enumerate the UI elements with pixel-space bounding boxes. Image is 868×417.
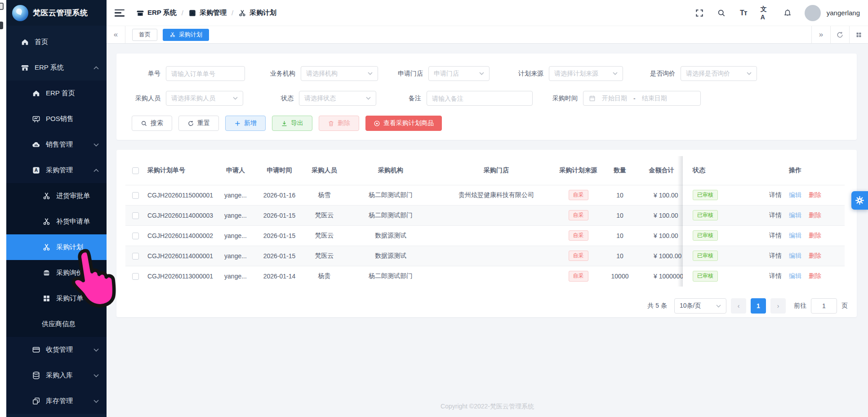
user-avatar[interactable] <box>805 5 821 21</box>
source-select[interactable]: 请选择计划来源 <box>549 66 623 81</box>
search-button[interactable]: 搜索 <box>132 116 172 131</box>
row-checkbox[interactable] <box>132 253 139 260</box>
delete-link[interactable]: 删除 <box>809 272 821 279</box>
sidebar-item-进货审批单[interactable]: 进货审批单 <box>6 183 107 209</box>
detail-link[interactable]: 详情 <box>769 191 782 198</box>
next-page-icon[interactable]: › <box>770 298 786 314</box>
detail-link[interactable]: 详情 <box>769 232 782 239</box>
edit-link[interactable]: 编辑 <box>789 191 801 198</box>
delete-link[interactable]: 删除 <box>809 252 821 259</box>
search-icon[interactable] <box>717 8 726 18</box>
page-size-select[interactable]: 10条/页 <box>674 298 726 314</box>
cell-qty: 10 <box>600 185 640 205</box>
column-header: 采购门店 <box>436 156 557 185</box>
table-header-row: 采购计划单号申请人申请时间采购人员采购机构采购门店采购计划来源数量金额合计状态操… <box>125 156 845 185</box>
sidebar-item-库存管理[interactable]: 库存管理 <box>6 388 107 414</box>
cell-actions: 详情编辑删除 <box>746 246 845 266</box>
cell-amount: ¥ 1000000 <box>640 266 683 286</box>
delete-button[interactable]: 删除 <box>319 116 359 131</box>
tab-options-grid-icon[interactable] <box>849 26 868 43</box>
inquiry-select[interactable]: 请选择是否询价 <box>681 66 757 81</box>
detail-link[interactable]: 详情 <box>769 272 782 279</box>
sidebar-item-收货管理[interactable]: 收货管理 <box>6 337 107 363</box>
goto-page-input[interactable] <box>811 298 837 314</box>
sidebar-item-采购管理[interactable]: A采购管理 <box>6 157 107 183</box>
org-select[interactable]: 请选择机构 <box>301 66 378 81</box>
detail-link[interactable]: 详情 <box>769 252 782 259</box>
open-tabs: 首页采购计划 <box>132 29 209 41</box>
card-icon <box>31 345 40 354</box>
purchase-date-range[interactable]: 开始日期 - 结束日期 <box>583 91 701 106</box>
column-header: 状态 <box>683 156 746 185</box>
sidebar-item-ERP 首页[interactable]: ERP 首页 <box>6 81 107 106</box>
cell-buyer: 梵医云 <box>303 205 346 225</box>
sidebar-item-首页[interactable]: 首页 <box>6 29 107 55</box>
status-select[interactable]: 请选择状态 <box>299 91 376 106</box>
reset-button[interactable]: 重置 <box>178 116 219 131</box>
delete-link[interactable]: 删除 <box>809 232 821 239</box>
cell-source: 自采 <box>557 205 600 225</box>
calendar-icon <box>589 95 596 102</box>
filter-row-2: 采购人员 请选择采购人员 状态 请选择状态 备注 采购时间 开始日期 - <box>132 91 857 106</box>
bell-icon[interactable] <box>783 8 792 18</box>
refresh-tab-icon[interactable] <box>830 26 849 43</box>
current-page[interactable]: 1 <box>751 298 766 314</box>
view-plan-products-button[interactable]: 查看采购计划商品 <box>365 116 442 131</box>
username[interactable]: yangerlang <box>827 9 860 17</box>
sidebar-item-采购询价[interactable]: 采购询价 <box>6 260 107 286</box>
order-no-input[interactable] <box>166 66 245 81</box>
row-checkbox[interactable] <box>132 273 139 280</box>
delete-link[interactable]: 删除 <box>809 191 821 198</box>
tab-采购计划[interactable]: 采购计划 <box>163 29 209 41</box>
tabs-scroll-right-icon[interactable]: » <box>811 26 830 43</box>
settings-gear-button[interactable] <box>851 191 868 210</box>
breadcrumb: ERP 系统/A采购管理/采购计划 <box>136 9 276 17</box>
add-button[interactable]: 新增 <box>225 116 266 131</box>
column-header: 采购机构 <box>346 156 436 185</box>
cell-applicant: yange... <box>215 246 256 266</box>
cell-store <box>436 266 557 286</box>
prev-page-icon[interactable]: ‹ <box>731 298 746 314</box>
home-icon <box>31 89 40 98</box>
collapse-menu-icon[interactable] <box>115 9 125 17</box>
tabs-scroll-left-icon[interactable]: « <box>107 26 125 43</box>
edit-link[interactable]: 编辑 <box>789 232 801 239</box>
edit-link[interactable]: 编辑 <box>789 211 801 219</box>
detail-link[interactable]: 详情 <box>769 211 782 219</box>
store-select[interactable]: 申请门店 <box>428 66 490 81</box>
edit-link[interactable]: 编辑 <box>789 272 801 279</box>
source-badge: 自采 <box>569 190 588 201</box>
sidebar-item-销售管理[interactable]: 销售管理 <box>6 132 107 157</box>
scissors-icon <box>42 217 51 226</box>
breadcrumb-item-采购管理[interactable]: A采购管理 <box>188 9 227 17</box>
sidebar-item-供应商信息[interactable]: 供应商信息 <box>6 311 107 337</box>
fullscreen-icon[interactable] <box>694 8 704 18</box>
sidebar-item-采购订单[interactable]: 采购订单 <box>6 286 107 311</box>
font-size-icon[interactable]: Tᴛ <box>739 8 748 18</box>
sidebar-item-label: 销售管理 <box>46 140 73 149</box>
breadcrumb-item-采购计划[interactable]: 采购计划 <box>238 9 276 17</box>
row-checkbox[interactable] <box>132 192 139 199</box>
logo-bar: 梵医云管理系统 <box>6 0 107 26</box>
sidebar-item-采购入库[interactable]: 采购入库 <box>6 363 107 388</box>
sidebar-item-采购计划[interactable]: 采购计划 <box>6 234 107 260</box>
buyer-select[interactable]: 请选择采购人员 <box>166 91 243 106</box>
tab-首页[interactable]: 首页 <box>132 29 157 41</box>
edit-link[interactable]: 编辑 <box>789 252 801 259</box>
row-checkbox[interactable] <box>132 212 139 219</box>
date-end-placeholder: 结束日期 <box>642 94 667 103</box>
status-badge: 已审核 <box>693 271 718 282</box>
breadcrumb-item-ERP 系统[interactable]: ERP 系统 <box>136 9 177 17</box>
sidebar-item-POS销售[interactable]: POS销售 <box>6 106 107 132</box>
translate-icon[interactable]: 文A <box>761 8 770 18</box>
export-button[interactable]: 导出 <box>272 116 312 131</box>
delete-link[interactable]: 删除 <box>809 211 821 219</box>
cell-applicant: yange... <box>215 225 256 246</box>
remark-input[interactable] <box>427 91 533 106</box>
sidebar-item-补货申请单[interactable]: 补货申请单 <box>6 209 107 234</box>
sidebar-item-label: 库存管理 <box>46 397 73 405</box>
cell-store <box>436 246 557 266</box>
sidebar-item-ERP 系统[interactable]: ERP 系统 <box>6 55 107 81</box>
select-all-checkbox[interactable] <box>132 167 139 174</box>
row-checkbox[interactable] <box>132 233 139 239</box>
